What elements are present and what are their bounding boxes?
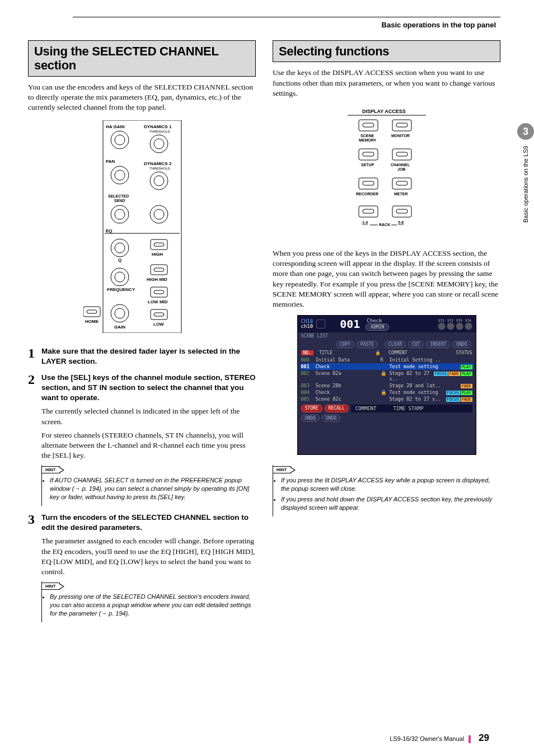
scene-list-label: SCENE LIST — [298, 332, 476, 340]
undo-button[interactable]: UNDO — [322, 415, 340, 422]
hint-item: If you press the lit DISPLAY ACCESS key … — [281, 476, 500, 493]
svg-rect-32 — [154, 268, 164, 271]
svg-text:HA GAIN: HA GAIN — [106, 124, 125, 129]
hint-item: If you press and hold down the DISPLAY A… — [281, 495, 500, 512]
svg-rect-53 — [392, 120, 411, 131]
hint-label: HINT — [273, 466, 291, 473]
svg-rect-60 — [396, 152, 407, 156]
svg-rect-64 — [363, 181, 374, 185]
svg-text:Q: Q — [118, 257, 121, 262]
manual-title: LS9-16/32 Owner's Manual — [390, 735, 464, 742]
svg-point-6 — [150, 135, 168, 153]
copy-button[interactable]: COPY — [336, 341, 354, 348]
svg-point-20 — [154, 209, 164, 219]
svg-point-19 — [150, 205, 168, 223]
svg-rect-50 — [363, 123, 374, 127]
table-row[interactable]: 004Check🔒Test mode settingFOCUSPLAY — [300, 389, 474, 396]
chapter-tab-label: Basic operations on the LS9 — [517, 145, 534, 241]
svg-rect-63 — [359, 178, 378, 189]
store-button[interactable]: STORE — [301, 405, 322, 412]
hint-label: HINT — [41, 583, 60, 590]
step-heading: Make sure that the desired fader layer i… — [41, 346, 256, 367]
svg-point-7 — [154, 139, 164, 149]
step-number: 2 — [28, 373, 41, 403]
svg-rect-31 — [151, 265, 167, 275]
paste-button[interactable]: PASTE — [357, 341, 378, 348]
chapter-number-badge: 3 — [517, 123, 534, 140]
svg-text:MEMORY: MEMORY — [359, 138, 377, 142]
table-row[interactable]: 001CheckTest mode settingPLAY — [300, 363, 474, 370]
step-number: 3 — [28, 513, 41, 533]
svg-text:1-4: 1-4 — [362, 220, 368, 224]
step-1: 1 Make sure that the desired fader layer… — [28, 346, 256, 367]
svg-text:HOME: HOME — [85, 319, 99, 324]
svg-text:DYNAMICS 1: DYNAMICS 1 — [144, 124, 172, 129]
undo-button[interactable]: UNDO — [301, 415, 320, 422]
svg-rect-39 — [87, 310, 97, 313]
svg-rect-54 — [396, 123, 407, 127]
running-header: Basic operations in the top panel — [28, 21, 496, 29]
svg-rect-49 — [359, 120, 378, 131]
svg-text:LOW MID: LOW MID — [148, 299, 168, 304]
hint-box: HINT If AUTO CHANNEL SELECT is turned on… — [41, 465, 256, 506]
svg-text:SCENE: SCENE — [360, 134, 374, 138]
cut-button[interactable]: CUT — [408, 341, 424, 348]
page-number: 29 — [479, 732, 489, 743]
svg-text:EQ: EQ — [106, 228, 113, 233]
svg-rect-56 — [359, 149, 378, 160]
hint-item: If AUTO CHANNEL SELECT is turned on in t… — [50, 476, 256, 501]
recall-button[interactable]: RECALL — [325, 405, 349, 412]
svg-text:PAN: PAN — [106, 159, 115, 164]
svg-text:THRESHOLD: THRESHOLD — [149, 167, 171, 170]
svg-text:DISPLAY ACCESS: DISPLAY ACCESS — [362, 109, 406, 114]
table-row[interactable]: 000Initial DataRInitial Setting .. — [300, 356, 474, 363]
table-row[interactable]: 003Scene 28bStage 28 and lat..FADE — [300, 382, 474, 389]
admin-badge: ADMIN — [366, 323, 389, 331]
svg-text:FREQUENCY: FREQUENCY — [107, 287, 135, 292]
svg-point-17 — [111, 205, 129, 223]
figure-display-access-panel: DISPLAY ACCESS SCENEMEMORY MONITOR SETUP… — [273, 106, 500, 237]
page-footer: LS9-16/32 Owner's Manual29 — [390, 732, 489, 744]
svg-text:GAIN: GAIN — [114, 325, 125, 330]
svg-rect-66 — [392, 178, 411, 189]
heading-using-selected-channel: Using the SELECTED CHANNEL section — [28, 40, 256, 77]
svg-rect-69 — [359, 206, 378, 217]
undo-button[interactable]: UNDO — [452, 341, 471, 348]
svg-text:THRESHOLD: THRESHOLD — [149, 130, 171, 133]
svg-rect-59 — [392, 149, 411, 160]
hint-label: HINT — [41, 466, 60, 473]
heading-selecting-functions: Selecting functions — [273, 40, 500, 62]
svg-text:SEND: SEND — [114, 199, 125, 203]
step-2-desc2: For stereo channels (STEREO channels, ST… — [41, 430, 256, 461]
svg-text:METER: METER — [394, 192, 408, 196]
intro-left: You can use the encoders and keys of the… — [28, 82, 256, 113]
svg-rect-35 — [151, 287, 167, 297]
table-row[interactable]: 002Scene 02a🔒Stage 02 to 27 s..FOCUSFADE… — [300, 370, 474, 382]
svg-point-42 — [115, 308, 125, 318]
intro-right: Use the keys of the DISPLAY ACCESS secti… — [273, 68, 500, 98]
svg-point-29 — [111, 268, 129, 286]
svg-text:JOB: JOB — [397, 167, 405, 171]
svg-text:RACK: RACK — [379, 223, 390, 227]
step-3-desc1: The parameter assigned to each encoder w… — [41, 536, 256, 577]
svg-text:CHANNEL: CHANNEL — [391, 163, 410, 167]
svg-rect-44 — [151, 309, 167, 320]
step-heading: Turn the encoders of the SELECTED CHANNE… — [41, 513, 256, 533]
svg-point-30 — [115, 272, 125, 282]
svg-rect-38 — [83, 307, 100, 317]
svg-rect-0 — [103, 120, 181, 333]
step-2-desc1: The currently selected channel is indica… — [41, 406, 256, 426]
insert-button[interactable]: INSERT — [426, 341, 450, 348]
hint-box: HINT By pressing one of the SELECTED CHA… — [41, 581, 256, 622]
scene-number: 001 — [340, 317, 360, 331]
svg-point-14 — [154, 176, 164, 186]
svg-point-23 — [111, 239, 129, 257]
svg-point-2 — [111, 131, 129, 149]
hint-item: By pressing one of the SELECTED CHANNEL … — [50, 593, 256, 618]
svg-rect-57 — [363, 152, 374, 156]
step-2: 2 Use the [SEL] keys of the channel modu… — [28, 373, 256, 403]
clear-button[interactable]: CLEAR — [385, 341, 406, 348]
svg-rect-71 — [392, 206, 411, 217]
table-row[interactable]: 005Scene 02cStage 02 to 27 s..FOCUSFADE — [300, 396, 474, 402]
svg-text:RECORDER: RECORDER — [356, 192, 378, 196]
